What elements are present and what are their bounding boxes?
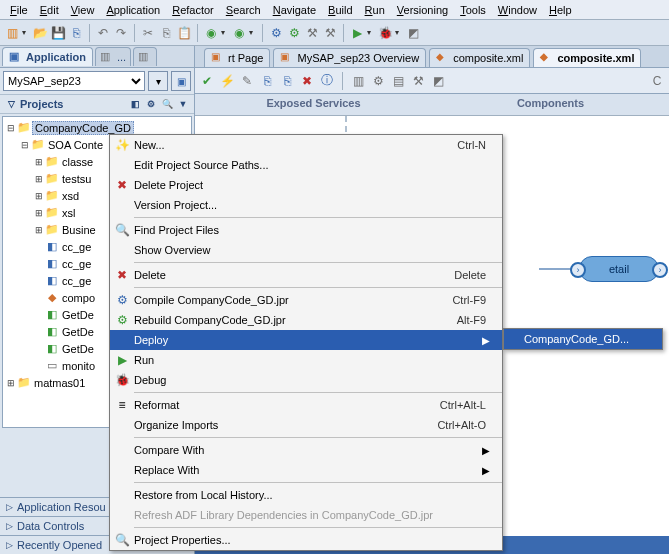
menu-application[interactable]: Application: [100, 2, 166, 18]
tool-icon[interactable]: ▼: [176, 97, 190, 111]
menu-item[interactable]: 🔍Find Project Files: [110, 220, 502, 240]
output-port-icon[interactable]: ›: [652, 262, 668, 278]
menu-item[interactable]: 🔍Project Properties...: [110, 530, 502, 550]
tool-icon[interactable]: ⚙: [370, 73, 386, 89]
stub-tab[interactable]: ▥...: [95, 47, 131, 66]
menu-search[interactable]: Search: [220, 2, 267, 18]
tool-icon[interactable]: ▤: [390, 73, 406, 89]
bolt-icon[interactable]: ⚡: [219, 73, 235, 89]
projects-section-bar[interactable]: ▽ Projects ◧ ⚙ 🔍 ▼: [0, 95, 194, 114]
nav-back-icon[interactable]: ◉: [203, 25, 219, 41]
dropdown-icon[interactable]: ▾: [22, 28, 30, 37]
tool-icon[interactable]: ◩: [430, 73, 446, 89]
tool-icon[interactable]: ◩: [405, 25, 421, 41]
project-overview-button[interactable]: ▣: [171, 71, 191, 91]
project-selector[interactable]: MySAP_sep23: [3, 71, 145, 91]
menu-item[interactable]: Replace With▶: [110, 460, 502, 480]
nav-fwd-icon[interactable]: ◉: [231, 25, 247, 41]
menu-separator: [134, 287, 502, 288]
twisty-icon[interactable]: ⊞: [5, 378, 16, 388]
tool-icon[interactable]: 🔍: [160, 97, 174, 111]
paste-icon[interactable]: 📋: [176, 25, 192, 41]
build-icon[interactable]: ⚙: [268, 25, 284, 41]
twisty-icon[interactable]: ⊞: [33, 208, 44, 218]
node-icon: 📁: [30, 138, 46, 152]
menu-item[interactable]: ▶Run: [110, 350, 502, 370]
menu-refactor[interactable]: Refactor: [166, 2, 220, 18]
menu-item[interactable]: Organize ImportsCtrl+Alt-O: [110, 415, 502, 435]
twisty-icon[interactable]: ⊞: [33, 174, 44, 184]
document-tab[interactable]: ▣rt Page: [204, 48, 270, 67]
submenu-arrow-icon: ▶: [482, 445, 494, 456]
copy-icon[interactable]: ⎘: [259, 73, 275, 89]
tool-icon[interactable]: ▥: [350, 73, 366, 89]
menu-item[interactable]: Compare With▶: [110, 440, 502, 460]
submenu-item-deploy-target[interactable]: CompanyCode_GD...: [504, 329, 662, 349]
menu-item[interactable]: Version Project...: [110, 195, 502, 215]
save-all-icon[interactable]: ⎘: [68, 25, 84, 41]
info-icon[interactable]: ⓘ: [319, 73, 335, 89]
input-port-icon[interactable]: ›: [570, 262, 586, 278]
twisty-icon[interactable]: ⊞: [33, 191, 44, 201]
menu-navigate[interactable]: Navigate: [267, 2, 322, 18]
dropdown-icon[interactable]: ▾: [395, 28, 403, 37]
menu-run[interactable]: Run: [359, 2, 391, 18]
document-tab[interactable]: ◆composite.xml: [429, 48, 530, 67]
paste-icon[interactable]: ⎘: [279, 73, 295, 89]
twisty-icon[interactable]: ⊟: [19, 140, 30, 150]
rebuild-icon[interactable]: ⚙: [286, 25, 302, 41]
menu-file[interactable]: File: [4, 2, 34, 18]
document-tab[interactable]: ◆composite.xml: [533, 48, 641, 67]
menu-versioning[interactable]: Versioning: [391, 2, 454, 18]
service-node[interactable]: › etail ›: [579, 256, 659, 282]
tool-icon[interactable]: ◧: [128, 97, 142, 111]
check-icon[interactable]: ✔: [199, 73, 215, 89]
menu-build[interactable]: Build: [322, 2, 358, 18]
tool-icon[interactable]: ⚒: [410, 73, 426, 89]
menu-item[interactable]: ✨New...Ctrl-N: [110, 135, 502, 155]
menu-window[interactable]: Window: [492, 2, 543, 18]
menu-view[interactable]: View: [65, 2, 101, 18]
tool-icon[interactable]: ⚒: [304, 25, 320, 41]
menu-item[interactable]: ⚙Rebuild CompanyCode_GD.jprAlt-F9: [110, 310, 502, 330]
run-icon[interactable]: ▶: [349, 25, 365, 41]
menu-item[interactable]: Deploy▶: [110, 330, 502, 350]
menu-item[interactable]: Show Overview: [110, 240, 502, 260]
save-icon[interactable]: 💾: [50, 25, 66, 41]
tool-icon[interactable]: C: [649, 73, 665, 89]
tool-icon[interactable]: ⚙: [144, 97, 158, 111]
open-icon[interactable]: 📂: [32, 25, 48, 41]
cut-icon[interactable]: ✂: [140, 25, 156, 41]
menu-item[interactable]: ✖DeleteDelete: [110, 265, 502, 285]
menu-edit[interactable]: Edit: [34, 2, 65, 18]
debug-icon[interactable]: 🐞: [377, 25, 393, 41]
menu-item[interactable]: Edit Project Source Paths...: [110, 155, 502, 175]
menu-tools[interactable]: Tools: [454, 2, 492, 18]
project-dropdown-button[interactable]: ▾: [148, 71, 168, 91]
twisty-icon[interactable]: ⊟: [5, 123, 16, 133]
stub-tab[interactable]: ▥: [133, 47, 157, 66]
menu-item[interactable]: ✖Delete Project: [110, 175, 502, 195]
tool-icon[interactable]: ⚒: [322, 25, 338, 41]
redo-icon[interactable]: ↷: [113, 25, 129, 41]
wand-icon[interactable]: ✎: [239, 73, 255, 89]
document-tab[interactable]: ▣MySAP_sep23 Overview: [273, 48, 426, 67]
menu-item[interactable]: 🐞Debug: [110, 370, 502, 390]
dropdown-icon[interactable]: ▾: [367, 28, 375, 37]
panel-tabs: ▣ Application ▥... ▥: [0, 46, 194, 68]
dropdown-icon[interactable]: ▾: [221, 28, 229, 37]
undo-icon[interactable]: ↶: [95, 25, 111, 41]
copy-icon[interactable]: ⎘: [158, 25, 174, 41]
dropdown-icon[interactable]: ▾: [249, 28, 257, 37]
twisty-icon[interactable]: ⊞: [33, 157, 44, 167]
menu-item[interactable]: ≡ReformatCtrl+Alt-L: [110, 395, 502, 415]
menu-item[interactable]: ⚙Compile CompanyCode_GD.jprCtrl-F9: [110, 290, 502, 310]
new-icon[interactable]: ▥: [4, 25, 20, 41]
menu-help[interactable]: Help: [543, 2, 578, 18]
application-tab[interactable]: ▣ Application: [2, 47, 93, 66]
editor-toolbar: ✔ ⚡ ✎ ⎘ ⎘ ✖ ⓘ ▥ ⚙ ▤ ⚒ ◩ C: [195, 68, 669, 94]
delete-icon[interactable]: ✖: [299, 73, 315, 89]
tab-icon: ▥: [100, 50, 114, 64]
twisty-icon[interactable]: ⊞: [33, 225, 44, 235]
menu-item[interactable]: Restore from Local History...: [110, 485, 502, 505]
